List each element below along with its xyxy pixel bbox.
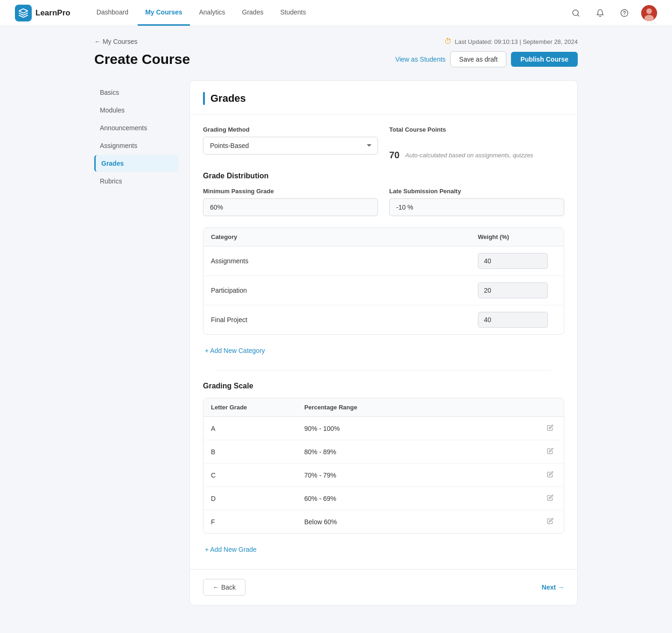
sidebar-item-rubrics[interactable]: Rubrics [94,173,178,190]
letter-grade: D [203,488,297,509]
grade-distribution-section: Grade Distribution Minimum Passing Grade… [203,172,564,359]
passing-penalty-row: Minimum Passing Grade Late Submission Pe… [203,188,564,216]
svg-point-5 [646,8,652,14]
category-name: Participation [203,280,470,301]
total-points-value: 70 [389,150,399,161]
percentage-range: Below 60% [297,510,564,533]
nav-my-courses[interactable]: My Courses [138,0,189,26]
back-button[interactable]: ← Back [203,579,245,596]
letter-grade: F [203,512,297,532]
header-actions: View as Students Save as draft Publish C… [395,51,578,67]
brand-name: LearnPro [35,8,70,18]
notification-button[interactable] [593,6,608,21]
table-row: Assignments [203,246,564,276]
panel-footer: ← Back Next → [190,569,577,605]
sidebar-item-basics[interactable]: Basics [94,84,178,101]
sidebar-item-grades[interactable]: Grades [94,155,178,172]
scale-row: B 80% - 89% [203,440,564,464]
min-passing-input[interactable] [203,198,378,216]
total-points-note: Auto-calculated based on assignments, qu… [405,152,533,159]
edit-grade-a-button[interactable] [544,423,556,433]
table-row: Final Project [203,305,564,334]
grading-method-label: Grading Method [203,126,378,133]
percentage-range: 90% - 100% [297,417,564,440]
help-button[interactable] [617,6,632,21]
grading-method-group: Grading Method Points-Based Percentage-B… [203,126,378,161]
view-as-students-button[interactable]: View as Students [395,56,446,63]
nav-dashboard[interactable]: Dashboard [89,0,136,26]
grading-method-row: Grading Method Points-Based Percentage-B… [203,126,564,161]
main-layout: Basics Modules Announcements Assignments… [94,80,578,605]
next-button[interactable]: Next → [542,584,564,591]
letter-grade: B [203,442,297,462]
publish-course-button[interactable]: Publish Course [511,52,578,67]
scale-table-header: Letter Grade Percentage Range [203,398,564,417]
scale-row: D 60% - 69% [203,487,564,510]
nav-links: Dashboard My Courses Analytics Grades St… [89,0,568,26]
sidebar-item-assignments[interactable]: Assignments [94,137,178,154]
percentage-range: 70% - 79% [297,464,564,486]
nav-grades[interactable]: Grades [235,0,271,26]
letter-grade: C [203,465,297,485]
user-avatar[interactable] [641,5,657,21]
weight-input[interactable] [478,312,548,328]
category-name: Assignments [203,251,470,271]
total-points-group: Total Course Points 70 Auto-calculated b… [389,126,564,161]
last-updated: ⏱ Last Updated: 09:10:13 | September 28,… [444,37,578,46]
page-title: Create Course [94,51,190,67]
last-updated-text: Last Updated: 09:10:13 | September 28, 2… [455,38,578,45]
category-table: Category Weight (%) Assignments P [203,227,564,335]
late-penalty-input[interactable] [389,198,564,216]
page-header: Create Course View as Students Save as d… [94,51,578,67]
navbar: LearnPro Dashboard My Courses Analytics … [0,0,672,26]
total-points-label: Total Course Points [389,126,564,133]
navbar-actions [568,5,657,21]
grading-scale-table: Letter Grade Percentage Range A 90% - 10… [203,398,564,534]
percentage-range: 80% - 89% [297,440,564,463]
grading-scale-title: Grading Scale [203,382,564,390]
category-name: Final Project [203,309,470,330]
col-letter-grade: Letter Grade [203,398,297,416]
clock-icon: ⏱ [444,37,452,46]
edit-grade-b-button[interactable] [544,447,556,457]
divider [216,370,551,371]
nav-students[interactable]: Students [273,0,313,26]
percentage-range: 60% - 69% [297,487,564,510]
col-category: Category [203,228,470,246]
grading-scale-section: Grading Scale Letter Grade Percentage Ra… [190,370,577,569]
breadcrumb-back[interactable]: ← My Courses [94,38,138,45]
svg-line-1 [577,14,579,16]
category-weight [470,246,564,275]
sidebar-item-announcements[interactable]: Announcements [94,120,178,136]
total-points-info: 70 Auto-calculated based on assignments,… [389,137,564,161]
late-penalty-group: Late Submission Penalty [389,188,564,216]
category-table-header: Category Weight (%) [203,228,564,246]
scale-row: A 90% - 100% [203,417,564,440]
col-percentage-range: Percentage Range [297,398,564,416]
edit-grade-c-button[interactable] [544,470,556,480]
late-penalty-label: Late Submission Penalty [389,188,564,195]
edit-grade-d-button[interactable] [544,493,556,503]
weight-input[interactable] [478,253,548,269]
save-as-draft-button[interactable]: Save as draft [450,51,507,67]
grading-method-section: Grading Method Points-Based Percentage-B… [190,115,577,370]
brand-logo[interactable]: LearnPro [15,5,70,21]
search-button[interactable] [568,6,583,21]
letter-grade: A [203,418,297,439]
sidebar: Basics Modules Announcements Assignments… [94,80,178,190]
section-title: Grades [210,92,246,105]
grading-method-select[interactable]: Points-Based Percentage-Based Letter Gra… [203,137,378,155]
content-panel: Grades Grading Method Points-Based Perce… [189,80,578,605]
weight-input[interactable] [478,282,548,298]
grade-distribution-title: Grade Distribution [203,172,564,180]
sidebar-item-modules[interactable]: Modules [94,102,178,119]
edit-grade-f-button[interactable] [544,517,556,527]
add-new-category-button[interactable]: + Add New Category [203,342,267,359]
min-passing-label: Minimum Passing Grade [203,188,378,195]
section-accent [203,92,205,105]
category-weight [470,276,564,305]
section-header: Grades [190,81,577,115]
add-new-grade-button[interactable]: + Add New Grade [203,541,259,558]
table-row: Participation [203,276,564,305]
nav-analytics[interactable]: Analytics [192,0,233,26]
